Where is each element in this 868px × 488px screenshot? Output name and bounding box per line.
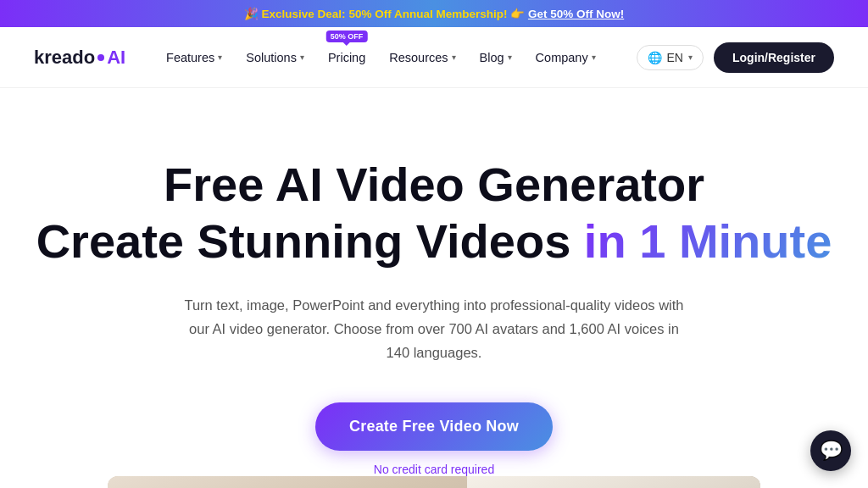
headline-line1: Free AI Video Generator (164, 158, 704, 211)
login-register-button[interactable]: Login/Register (714, 42, 834, 73)
chevron-down-icon: ▾ (592, 53, 596, 62)
nav-item-resources[interactable]: Resources ▾ (379, 46, 465, 69)
headline-gradient: in 1 Minute (584, 214, 832, 268)
logo-text: kreado (34, 47, 95, 69)
nav-link-solutions[interactable]: Solutions ▾ (236, 46, 314, 69)
banner-cta-link[interactable]: Get 50% Off Now! (528, 8, 624, 20)
language-selector[interactable]: 🌐 EN ▾ (637, 45, 704, 70)
logo-ai: AI (107, 47, 125, 69)
nav-link-resources[interactable]: Resources ▾ (379, 46, 465, 69)
nav-item-solutions[interactable]: Solutions ▾ (236, 46, 314, 69)
top-banner: 🎉 Exclusive Deal: 50% Off Annual Members… (0, 0, 868, 27)
video-thumbnail-inner (108, 476, 760, 488)
banner-text: Exclusive Deal: (262, 8, 346, 20)
nav-link-pricing[interactable]: Pricing (318, 46, 376, 69)
nav-right: 🌐 EN ▾ Login/Register (637, 42, 834, 73)
nav-link-company[interactable]: Company ▾ (526, 46, 606, 69)
hero-section: Free AI Video Generator Create Stunning … (0, 88, 868, 488)
logo-dot (97, 54, 104, 61)
chat-icon: 💬 (820, 440, 843, 462)
no-credit-card-text: No credit card required (374, 463, 494, 476)
headline-plain: Create Stunning Videos (36, 214, 584, 268)
chevron-down-icon: ▾ (452, 53, 456, 62)
logo[interactable]: kreadoAI (34, 47, 125, 69)
nav-link-blog[interactable]: Blog ▾ (470, 46, 522, 69)
chat-bubble-button[interactable]: 💬 (810, 430, 851, 471)
video-left-panel (108, 476, 467, 488)
pricing-badge-label: 50% OFF (326, 30, 368, 42)
chevron-down-icon: ▾ (688, 53, 693, 62)
chevron-down-icon: ▾ (508, 53, 512, 62)
globe-icon: 🌐 (648, 51, 662, 64)
banner-discount-label: 50% Off Annual Membership! (348, 8, 507, 20)
navbar: kreadoAI Features ▾ Solutions ▾ 50% OFF … (0, 27, 868, 88)
nav-item-blog[interactable]: Blog ▾ (470, 46, 522, 69)
lang-label: EN (667, 51, 683, 64)
cta-section: Create Free Video Now No credit card req… (34, 402, 834, 476)
chevron-down-icon: ▾ (218, 53, 222, 62)
create-video-button[interactable]: Create Free Video Now (315, 402, 553, 451)
headline-line2: Create Stunning Videos in 1 Minute (34, 213, 834, 269)
hero-subtext: Turn text, image, PowerPoint and everyth… (180, 293, 688, 364)
nav-links: Features ▾ Solutions ▾ 50% OFF Pricing R… (156, 46, 606, 69)
nav-link-features[interactable]: Features ▾ (156, 46, 232, 69)
nav-item-pricing[interactable]: 50% OFF Pricing (318, 46, 376, 69)
video-right-panel (467, 476, 761, 488)
video-preview: 🔇 (108, 476, 760, 488)
chevron-down-icon: ▾ (300, 53, 304, 62)
nav-item-features[interactable]: Features ▾ (156, 46, 232, 69)
banner-arrow-emoji: 👉 (510, 8, 525, 20)
banner-emoji: 🎉 (244, 8, 259, 20)
hero-headline: Free AI Video Generator Create Stunning … (34, 156, 834, 269)
nav-item-company[interactable]: Company ▾ (526, 46, 606, 69)
